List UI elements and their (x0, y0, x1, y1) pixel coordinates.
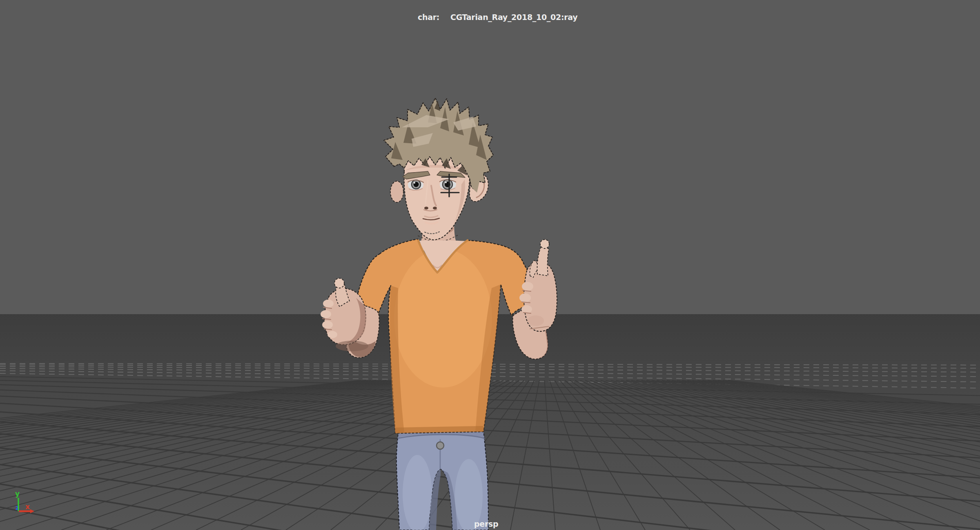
camera-name-label: persp (474, 519, 498, 528)
left-ear (390, 181, 403, 202)
right-eye (440, 178, 456, 191)
axis-y-label: y (15, 490, 20, 498)
left-thigh-highlight (403, 455, 432, 530)
right-index-fingertip (540, 239, 549, 248)
viewport-canvas[interactable]: char: CGTarian_Ray_2018_10_02:ray persp … (0, 0, 980, 530)
hud-char-name: CGTarian_Ray_2018_10_02:ray (450, 13, 578, 22)
left-eye (408, 179, 423, 191)
jeans-button (437, 442, 444, 449)
right-thumb (528, 315, 544, 326)
axis-x-label: x (25, 503, 30, 511)
left-index-fingertip (334, 278, 344, 288)
hud-char-label: char: (418, 13, 439, 22)
